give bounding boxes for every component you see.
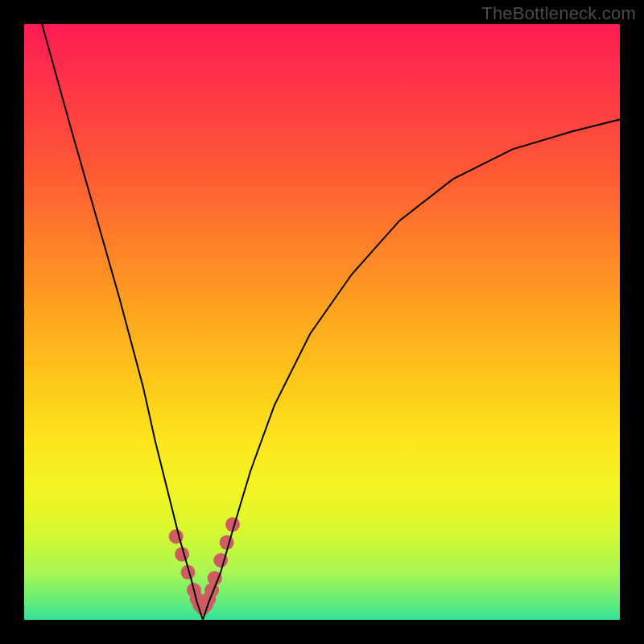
sweet-spot-markers bbox=[169, 518, 240, 616]
curve-svg bbox=[24, 24, 620, 620]
chart-frame: TheBottleneck.com bbox=[0, 0, 644, 644]
bottleneck-curve bbox=[42, 24, 620, 620]
watermark-text: TheBottleneck.com bbox=[481, 3, 636, 24]
plot-area bbox=[24, 24, 620, 620]
sweet-spot-dot bbox=[220, 535, 234, 550]
